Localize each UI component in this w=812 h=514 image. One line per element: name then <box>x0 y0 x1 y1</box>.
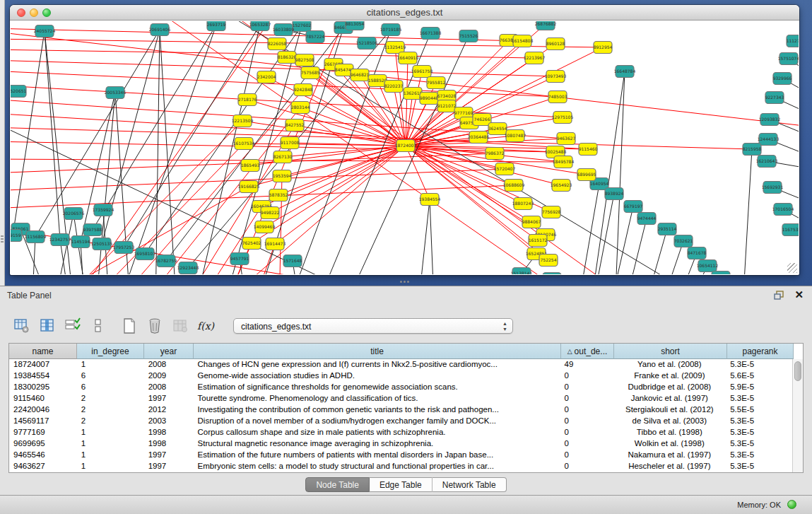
table-cell[interactable]: Embryonic stem cells: a model to study s… <box>194 461 560 472</box>
graph-edge[interactable] <box>117 25 216 274</box>
table-cell[interactable]: Tourette syndrome. Phenomenology and cla… <box>194 393 560 404</box>
graph-node[interactable]: 19166825 <box>238 181 260 193</box>
graph-node[interactable]: 8186328 <box>278 52 297 64</box>
graph-node[interactable]: 16914473 <box>264 238 286 250</box>
window-resize-grip[interactable] <box>787 263 797 273</box>
graph-node[interactable]: 12093832 <box>759 114 781 126</box>
table-cell[interactable]: Nakamura et al. (1997) <box>613 450 726 461</box>
graph-node[interactable]: 1733426 <box>543 273 562 275</box>
graph-node[interactable]: 7625402 <box>242 238 261 250</box>
graph-node[interactable]: 11156809 <box>25 231 47 243</box>
graph-node[interactable]: 8215958 <box>743 144 762 156</box>
table-cell[interactable]: Dudbridge et al. (2008) <box>613 382 726 393</box>
table-cell[interactable]: 5.3E-5 <box>726 427 792 438</box>
graph-node[interactable]: 16671388 <box>420 28 442 40</box>
graph-edge[interactable] <box>81 93 115 242</box>
graph-edge[interactable] <box>278 146 406 195</box>
graph-node[interactable]: 7485003 <box>548 91 567 103</box>
graph-node[interactable]: 746266 <box>473 114 491 126</box>
table-cell[interactable]: 9115460 <box>9 393 77 404</box>
scrollbar-thumb[interactable] <box>794 361 801 381</box>
graph-node[interactable]: 18724007 <box>395 140 417 152</box>
graph-node[interactable]: 12213967 <box>524 52 546 64</box>
table-cell[interactable]: Investigating the contribution of common… <box>194 404 560 416</box>
table-cell[interactable]: 5.3E-5 <box>726 450 792 461</box>
table-row[interactable]: 946554611997Estimation of the future num… <box>9 450 792 461</box>
table-cell[interactable]: 14569117 <box>9 416 77 427</box>
graph-node[interactable]: 9827508 <box>295 54 314 66</box>
select-all-rows-icon[interactable] <box>62 316 83 336</box>
table-cell[interactable]: Wolkin et al. (1998) <box>613 438 726 450</box>
graph-node[interactable]: 10688609 <box>503 180 525 192</box>
table-row[interactable]: 969969511998Structural magnetic resonanc… <box>9 438 792 450</box>
table-cell[interactable]: 5.9E-5 <box>726 382 792 393</box>
graph-edge[interactable] <box>295 125 406 146</box>
graph-node[interactable]: 9457791 <box>230 253 249 265</box>
graph-node[interactable]: 17016504 <box>772 204 794 216</box>
graph-node[interactable]: 7515526 <box>459 30 478 42</box>
graph-node[interactable]: 9115460 <box>579 144 598 156</box>
graph-node[interactable]: 9227343 <box>765 92 784 104</box>
graph-node[interactable]: 10653287 <box>249 21 271 31</box>
graph-node[interactable]: 16154808 <box>512 35 534 47</box>
graph-node[interactable]: 7032621 <box>674 235 693 247</box>
graph-node[interactable]: 20691406 <box>149 24 171 36</box>
graph-node[interactable]: 7857224 <box>306 31 325 43</box>
graph-node[interactable]: 12213509 <box>232 115 254 127</box>
graph-node[interactable]: 1112752 <box>787 35 799 47</box>
table-cell[interactable]: 0 <box>560 427 613 438</box>
table-cell[interactable]: 2 <box>77 416 144 427</box>
graph-node[interactable]: 18807243 <box>512 198 534 210</box>
graph-node[interactable]: 8938924 <box>605 188 624 200</box>
graph-node[interactable]: 6679197 <box>624 201 643 213</box>
graph-node[interactable]: 9245612 <box>712 271 731 275</box>
split-pane-handle[interactable] <box>400 280 411 284</box>
table-cell[interactable]: Stergiakouli et al. (2012) <box>613 404 726 416</box>
graph-node[interactable]: 1953594 <box>273 170 292 182</box>
table-cell[interactable]: 9465546 <box>9 450 77 461</box>
graph-node[interactable]: 7986372 <box>486 148 505 160</box>
column-header-short[interactable]: short <box>614 344 727 359</box>
table-cell[interactable]: 0 <box>560 416 613 427</box>
graph-node[interactable]: 1571648 <box>283 255 302 267</box>
tab-node-table[interactable]: Node Table <box>305 477 370 492</box>
graph-edge[interactable] <box>590 194 614 274</box>
graph-node[interactable]: 16640910 <box>397 52 419 64</box>
tab-network-table[interactable]: Network Table <box>432 477 507 492</box>
table-cell[interactable]: 6 <box>77 382 144 393</box>
table-cell[interactable]: 6 <box>77 370 144 382</box>
table-cell[interactable]: 1997 <box>144 393 194 404</box>
float-window-icon[interactable] <box>774 291 785 303</box>
graph-node[interactable]: 8220237 <box>384 81 404 93</box>
graph-node[interactable]: 2342004 <box>257 71 276 83</box>
graph-node[interactable]: 10719185 <box>380 24 402 36</box>
table-cell[interactable]: 18724007 <box>9 359 77 370</box>
graph-edge[interactable] <box>615 71 625 274</box>
graph-node[interactable]: 9242848 <box>294 84 313 96</box>
table-cell[interactable]: 0 <box>560 370 613 382</box>
graph-node[interactable]: 9117008 <box>281 137 300 149</box>
graph-node[interactable]: 8267130 <box>273 151 293 163</box>
memory-ok-indicator-icon[interactable] <box>787 500 796 509</box>
table-select-dropdown[interactable]: citations_edges.txt ▲▼ <box>233 318 513 334</box>
table-cell[interactable]: Jankovic et al. (1997) <box>613 393 726 404</box>
graph-node[interactable]: 16961758 <box>411 66 433 78</box>
graph-node[interactable]: 752254 <box>539 255 558 267</box>
graph-node[interactable]: 2693719 <box>207 21 226 31</box>
graph-node[interactable]: 14099469 <box>254 221 276 233</box>
graph-node[interactable]: 8427552 <box>286 119 305 132</box>
panel-drag-grip[interactable] <box>1 235 4 244</box>
table-cell[interactable]: 0 <box>560 461 613 472</box>
function-builder-icon[interactable]: f(x) <box>195 316 216 336</box>
graph-node[interactable]: 9646821 <box>351 69 370 81</box>
column-visibility-icon[interactable] <box>37 316 58 336</box>
network-window-titlebar[interactable]: citations_edges.txt <box>10 5 799 21</box>
table-row[interactable]: 1938455462009Genome-wide association stu… <box>9 370 792 382</box>
graph-node[interactable]: 19384554 <box>419 194 441 206</box>
graph-node[interactable]: 12923448 <box>177 262 199 274</box>
graph-node[interactable]: 12505135 <box>91 238 113 250</box>
table-cell[interactable]: 9699695 <box>9 438 77 450</box>
tab-edge-table[interactable]: Edge Table <box>370 477 432 492</box>
network-view[interactable]: 1872400724055724206914062693719106532871… <box>11 21 799 274</box>
table-row[interactable]: 1872400712008Changes of HCN gene express… <box>9 359 792 370</box>
